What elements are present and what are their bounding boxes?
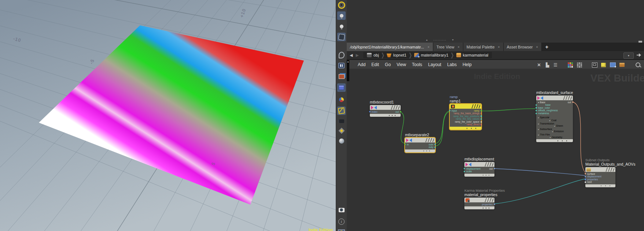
node-flags[interactable] [485,162,493,166]
input-connector[interactable] [449,110,450,111]
view-eye-icon[interactable] [337,1,346,9]
pane-collapse-down-icon[interactable]: ▼ [452,39,454,41]
input-connector[interactable] [585,178,586,180]
node-mtlxtexcoord1[interactable]: mtlxtexcoord1 indexout [370,100,401,117]
list-view-icon[interactable]: ☰ [552,62,559,68]
pin-network-icon[interactable] [637,53,642,57]
tab-close-icon[interactable]: × [458,45,460,49]
pane-grip-icon[interactable]: ········· [433,39,446,41]
input-connector[interactable] [585,176,586,177]
node-footer[interactable] [370,114,401,117]
new-tab-button[interactable]: + [542,43,552,51]
viewport-3d[interactable]: +10 -10 -5 5 Indie Edition [0,0,336,231]
info-icon[interactable]: i [337,217,346,226]
canvas-edge-handle[interactable]: ▲ [347,60,349,81]
scene-objects-icon[interactable] [337,83,346,92]
node-footer[interactable] [585,184,615,187]
tab-tree-view[interactable]: Tree View × [433,43,463,51]
input-connector[interactable] [536,107,537,108]
node-footer[interactable] [450,127,481,130]
tools-icon[interactable]: ✕ [536,62,542,68]
node-flags[interactable] [391,105,400,109]
tab-material-palette[interactable]: Material Palette × [463,43,504,51]
search-icon[interactable] [635,62,641,68]
background-image-icon[interactable] [610,62,616,68]
path-dropdown-button[interactable]: ▼ [623,53,634,59]
menu-layout[interactable]: Layout [425,62,444,67]
menu-help[interactable]: Help [460,62,475,67]
node-material-properties[interactable]: Karma Material Properties material_prope… [464,188,494,209]
node-header[interactable] [536,95,573,100]
node-flags[interactable] [425,138,434,142]
node-flags[interactable] [563,96,572,100]
input-connector[interactable] [585,181,586,183]
sticky-note-icon[interactable] [600,62,607,68]
window-icon[interactable] [592,62,598,68]
node-header[interactable] [370,105,401,110]
tab-asset-browser[interactable]: Asset Browser × [504,43,542,51]
node-material-outputs-and-aovs[interactable]: Subnet Outputs Material_Outputs_and_AOVs… [585,158,615,187]
snapshot-gallery-icon[interactable] [337,72,346,81]
menu-add[interactable]: Add [355,62,368,67]
menu-tools[interactable]: Tools [409,62,425,67]
node-header[interactable] [450,104,481,109]
view-cube-icon[interactable] [337,33,346,41]
headlight-icon[interactable] [337,11,346,20]
pause-render-icon[interactable] [337,61,346,70]
no-render-flag-icon[interactable] [337,107,346,115]
node-footer[interactable] [536,139,573,142]
forward-arrow-icon[interactable]: ▶ [356,53,358,58]
node-flags[interactable] [485,198,493,202]
menu-edit[interactable]: Edit [368,62,382,67]
node-flags[interactable] [606,167,614,172]
dock-pane-icon[interactable] [337,228,346,231]
tab-close-icon[interactable]: × [498,45,500,49]
tab-close-icon[interactable]: × [536,45,538,49]
light-place-icon[interactable] [337,22,346,30]
node-mtlxseparate2[interactable]: mtlxseparate2 inoutx outy [405,133,435,152]
material-shading-icon[interactable] [337,95,346,104]
grid-options-icon[interactable] [576,62,582,68]
visibility-eye-icon[interactable] [337,206,346,214]
camera-icon[interactable] [337,117,346,125]
node-footer[interactable] [464,174,494,177]
breadcrumb-materiallibrary1[interactable]: materiallibrary1 [413,53,450,57]
node-mtlxdisplacement[interactable]: mtlxdisplacement displacementout scale [464,157,494,177]
network-editor-pane[interactable]: ▲ ········· ▼ /obj/lopnet1/materiallibra… [347,0,644,231]
menu-go[interactable]: Go [382,62,394,67]
back-arrow-icon[interactable]: ◀ [350,53,353,58]
display-options-icon[interactable] [337,126,346,135]
node-ramp1[interactable]: ramp ramp1 inputramp ramp_the_basis_stri… [450,95,481,130]
node-flags[interactable] [471,104,480,108]
node-header[interactable] [585,167,615,172]
listen-select-icon[interactable] [337,51,346,59]
input-connector[interactable] [404,144,406,145]
gallery-icon[interactable] [619,62,625,68]
menu-labs[interactable]: Labs [444,62,460,67]
node-header[interactable] [464,198,494,202]
pane-collapse-up-icon[interactable]: ▲ [426,39,428,41]
breadcrumb-obj[interactable]: obj [365,53,380,57]
node-type-label: ramp [450,95,481,99]
snapshot-glyph [339,74,345,79]
output-connector[interactable] [434,147,436,148]
environment-sphere-icon[interactable] [337,137,346,145]
color-palette-icon[interactable] [567,62,573,68]
menu-view[interactable]: View [394,62,409,67]
viewport-scene [0,0,336,231]
node-header[interactable] [464,162,494,167]
breadcrumb-lopnet1[interactable]: lopnet1 [385,53,408,57]
node-header[interactable] [405,138,435,142]
ramp-icon [451,105,455,108]
pane-divider[interactable]: ▲ ········· ▼ [426,38,454,42]
node-mtlxstandard-surface[interactable]: mtlxstandard_surface Baseout base base_c… [536,90,573,142]
input-connector[interactable] [585,173,586,174]
tab-close-icon[interactable]: × [427,45,429,49]
breadcrumb-karmamaterial[interactable]: karmamaterial [455,53,490,57]
network-canvas[interactable] [347,69,644,231]
node-footer[interactable] [405,149,435,152]
tab-network-path[interactable]: /obj/lopnet1/materiallibrary1/karmamate.… [347,43,433,51]
tree-view-icon[interactable]: ▙ [544,62,551,68]
node-footer[interactable] [464,206,494,209]
window-glyph [592,62,597,68]
